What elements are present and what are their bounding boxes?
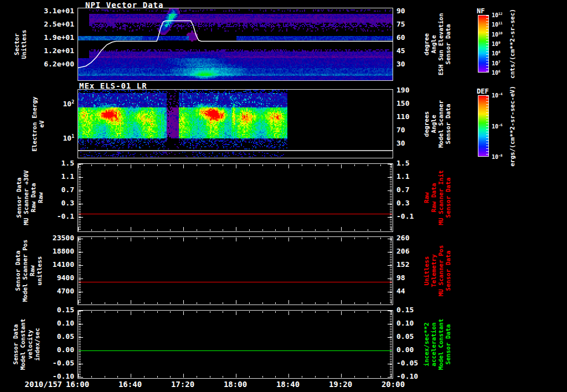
y-tick-label-left: -0.05 (25, 359, 74, 367)
series-line-scanpos (79, 282, 392, 282)
y-tick-label-left: 4700 (25, 287, 74, 295)
time-tick (91, 376, 92, 378)
y-tick-label-right: 206 (396, 247, 409, 255)
time-tick (391, 311, 391, 315)
time-tick (302, 376, 302, 378)
time-tick (223, 238, 223, 239)
time-tick (368, 164, 368, 166)
time-tick (131, 374, 131, 378)
time-tick (262, 376, 263, 378)
y-axis-label-right: ESH Sun Elevation (437, 13, 445, 76)
time-tick (249, 311, 250, 313)
y-tick-label-right: 60 (396, 34, 405, 42)
time-tick (236, 311, 236, 315)
time-tick (105, 238, 105, 239)
y-axis-label-right: Angle (430, 35, 437, 53)
time-tick (170, 302, 171, 304)
colorbar-tick-label: 1012 (492, 12, 503, 18)
time-tick (302, 229, 302, 231)
time-tick (354, 376, 355, 378)
time-tick (144, 302, 145, 304)
colorbar-def (478, 95, 489, 157)
y-axis-label-right: Angle (430, 115, 437, 133)
y-axis-label-left: Raw (37, 192, 44, 203)
time-tick (249, 229, 250, 231)
y-axis-label-right: Telemetry (430, 254, 437, 287)
time-axis-label: 20:00 (382, 380, 405, 389)
y-tick-label-right: 44 (396, 287, 405, 295)
y-axis-label-left: index/sec (34, 328, 41, 361)
time-tick (210, 376, 210, 378)
y-axis-label-left: Raw Data (30, 183, 37, 213)
y-major-tick-right (388, 265, 392, 266)
time-tick (170, 376, 171, 378)
time-tick (236, 300, 236, 304)
panel-npi (78, 8, 393, 81)
time-tick (328, 302, 328, 304)
y-major-tick-right (388, 337, 392, 338)
time-tick (341, 374, 342, 378)
colorbar-tick-label: 10-4 (492, 92, 503, 99)
time-tick (315, 302, 316, 304)
time-tick (157, 302, 158, 304)
time-tick (183, 374, 184, 378)
time-tick (223, 164, 223, 166)
time-tick (144, 164, 145, 166)
y-tick-label-right: -0.05 (396, 359, 418, 367)
y-tick-label-right: 30 (396, 140, 405, 147)
time-tick (236, 164, 236, 168)
y-tick-label-left: 0.15 (25, 306, 74, 314)
colorbar-tick-label: 109 (492, 40, 501, 47)
time-tick (117, 302, 118, 304)
time-tick (91, 164, 92, 166)
time-tick (105, 302, 105, 304)
y-tick-label-right: 75 (396, 20, 405, 28)
y-major-tick-right (388, 292, 392, 292)
y-major-tick-right (388, 164, 392, 164)
y-tick-label-left: 18800 (25, 247, 74, 255)
y-axis-label-right: Raw (423, 192, 430, 203)
time-tick (183, 238, 184, 241)
y-major-tick-left (79, 364, 83, 364)
time-tick (249, 238, 250, 239)
time-tick (302, 311, 302, 313)
colorbar-unit-label: cnts/(cm**2-sr-sec) (509, 9, 516, 79)
time-tick (78, 164, 79, 168)
time-tick (183, 164, 184, 168)
y-tick-label-right: 98 (396, 274, 405, 282)
y-minor-ticks-right (390, 238, 392, 304)
y-axis-label-right: Sensor Data (445, 104, 452, 144)
time-tick (354, 302, 355, 304)
panel-scanpos (78, 236, 393, 305)
time-tick (183, 311, 184, 315)
y-axis-label-right: Model Constant (437, 319, 445, 370)
y-major-tick-left (79, 190, 83, 191)
time-tick (288, 164, 289, 168)
time-tick (117, 376, 118, 378)
time-tick (315, 164, 316, 166)
y-tick-label-right: 0.10 (396, 319, 414, 327)
time-tick (368, 376, 368, 378)
y-axis-label-right: Sensor Data (445, 24, 452, 65)
time-tick (275, 376, 276, 378)
time-axis-label: 19:20 (329, 380, 352, 389)
y-axis-label-right: Unitless (423, 256, 430, 286)
y-major-tick-right (388, 252, 392, 252)
colorbar-tick-label: 1010 (492, 31, 503, 38)
time-tick (236, 374, 236, 378)
time-tick (249, 376, 250, 378)
time-tick (223, 376, 223, 378)
time-tick (197, 376, 197, 378)
time-tick (368, 229, 368, 231)
time-tick (275, 164, 276, 166)
y-minor-ticks-left (79, 238, 81, 304)
time-tick (170, 164, 171, 166)
time-tick (368, 302, 368, 304)
time-tick (275, 302, 276, 304)
y-axis-label-right: Raw Data (430, 183, 437, 213)
time-tick (117, 311, 118, 313)
y-tick-label-right: 1.5 (396, 159, 409, 167)
time-tick (144, 376, 145, 378)
time-tick (354, 238, 355, 239)
time-tick (170, 311, 171, 313)
